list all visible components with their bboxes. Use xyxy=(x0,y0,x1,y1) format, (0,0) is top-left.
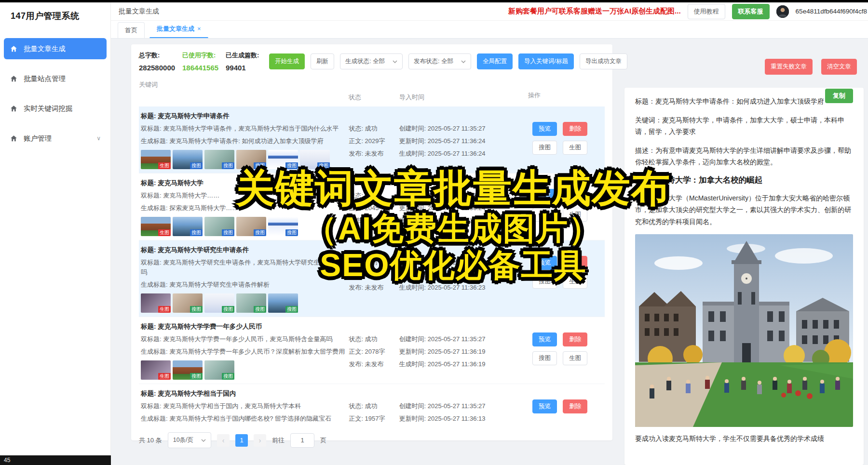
search-image-button[interactable]: 搜图 xyxy=(532,275,557,289)
article-thumbnail[interactable]: 搜图 xyxy=(173,150,203,169)
delete-button[interactable]: 删除 xyxy=(563,122,587,136)
status-cell: 状态: 成功 正文: 2045字 发布: 未发布 xyxy=(349,178,399,236)
article-thumbnail[interactable]: 搜图 xyxy=(236,150,266,169)
article-thumbnail[interactable]: 搜图 xyxy=(173,360,203,380)
search-image-button[interactable]: 搜图 xyxy=(532,351,557,365)
generated-time: 生成时间: 2025-05-27 11:36:24 xyxy=(399,149,527,161)
sidebar-item-keyword-mining[interactable]: 实时关键词挖掘 xyxy=(4,98,107,119)
generate-image-button[interactable]: 生图 xyxy=(563,351,587,365)
generate-image-button[interactable]: 生图 xyxy=(563,141,587,155)
stat-value: 99401 xyxy=(226,64,263,72)
preview-title: 标题：麦克马斯特大学申请条件：如何成功进入加拿大顶级学府 xyxy=(635,95,853,107)
article-thumbnail[interactable]: 搜图 xyxy=(236,293,266,313)
article-preview-panel: 复制 标题：麦克马斯特大学申请条件：如何成功进入加拿大顶级学府 关键词：麦克马斯… xyxy=(624,88,864,465)
delete-button[interactable]: 删除 xyxy=(563,399,587,413)
import-keywords-button[interactable]: 导入关键词/标题 xyxy=(518,53,574,69)
thumb-badge: 搜图 xyxy=(254,306,266,313)
sidebar-item-account[interactable]: 账户管理 ∨ xyxy=(4,128,107,149)
sidebar-item-batch-article[interactable]: 批量文章生成 xyxy=(4,38,107,59)
thumb-badge: 生图 xyxy=(158,162,171,169)
promo-banner-text[interactable]: 新购套餐用户可联系客服赠送一万张AI原创生成配图... xyxy=(508,7,681,16)
publish-status-select[interactable]: 发布状态: 全部 xyxy=(408,53,471,69)
chevron-down-icon xyxy=(461,60,466,63)
preview-button[interactable]: 预览 xyxy=(532,256,557,270)
delete-button[interactable]: 删除 xyxy=(563,256,587,270)
preview-button[interactable]: 预览 xyxy=(532,399,557,413)
page-number[interactable]: 1 xyxy=(235,434,248,447)
thumb-badge: 搜图 xyxy=(285,162,298,169)
tab-home[interactable]: 首页 xyxy=(118,22,145,38)
prev-page-button[interactable]: ‹ xyxy=(217,434,230,447)
thumb-badge: 生图 xyxy=(158,373,171,380)
preview-button[interactable]: 预览 xyxy=(532,332,557,346)
article-thumbnail[interactable]: 搜图 xyxy=(204,293,234,313)
copy-button[interactable]: 复制 xyxy=(825,89,853,103)
preview-button[interactable]: 预览 xyxy=(532,122,557,136)
preview-heading: 麦克马斯特大学：加拿大名校的崛起 xyxy=(635,175,853,186)
thumb-badge: 搜图 xyxy=(222,306,234,313)
search-image-button[interactable]: 搜图 xyxy=(532,208,557,222)
stat-label: 总字数: xyxy=(139,51,176,60)
word-count: 正文: 2029字 xyxy=(349,136,399,149)
article-thumbnail[interactable]: 搜图 xyxy=(173,293,203,313)
sidebar-item-batch-site[interactable]: 批量站点管理 xyxy=(4,68,107,89)
stat-used-words: 已使用字数: 186441565 xyxy=(182,51,220,72)
article-thumbnail[interactable]: 生图 xyxy=(141,217,171,236)
reset-failed-button[interactable]: 重置失败文章 xyxy=(765,59,813,75)
article-thumbnail[interactable]: 搜图 xyxy=(268,293,298,313)
table-row[interactable]: 标题: 麦克马斯特大学学费一年多少人民币 双标题: 麦克马斯特大学学费一年多少人… xyxy=(139,317,605,384)
keyword-cell: 标题: 麦克马斯特大学相当于国内 双标题: 麦克马斯特大学相当于国内，麦克马斯特… xyxy=(141,389,349,425)
home-icon xyxy=(10,105,18,113)
delete-button[interactable]: 删除 xyxy=(563,332,587,346)
select-value: 10条/页 xyxy=(173,436,193,444)
word-count: 正文: 2060字 xyxy=(349,270,399,283)
breadcrumb: 批量文章生成 xyxy=(119,7,159,16)
article-thumbnail[interactable]: 搜图 xyxy=(268,217,298,236)
article-thumbnail[interactable]: 生图 xyxy=(141,293,171,313)
generate-status-select[interactable]: 生成状态: 全部 xyxy=(340,53,403,69)
avatar[interactable] xyxy=(776,5,789,18)
article-thumbnail[interactable]: 搜图 xyxy=(204,150,234,169)
article-thumbnail[interactable]: 生图 xyxy=(141,150,171,169)
updated-time: 更新时间: 2025-05-27 11:36:24 xyxy=(399,136,527,149)
article-thumbnail[interactable]: 搜图 xyxy=(268,150,298,169)
export-success-button[interactable]: 导出成功文章 xyxy=(580,53,627,69)
table-row[interactable]: 标题: 麦克马斯特大学研究生申请条件 双标题: 麦克马斯特大学研究生申请条件，麦… xyxy=(139,240,605,317)
sidebar-item-label: 账户管理 xyxy=(24,134,52,143)
close-icon[interactable]: × xyxy=(197,25,201,32)
generate-image-button[interactable]: 生图 xyxy=(563,275,587,289)
start-generate-button[interactable]: 开始生成 xyxy=(269,53,305,69)
chevron-down-icon xyxy=(201,439,206,442)
table-row[interactable]: 标题: 麦克马斯特大学相当于国内 双标题: 麦克马斯特大学相当于国内，麦克马斯特… xyxy=(139,384,605,425)
article-thumbnail[interactable]: 搜图 xyxy=(204,360,234,380)
page-size-select[interactable]: 10条/页 xyxy=(168,432,211,448)
generate-image-button[interactable]: 生图 xyxy=(563,208,587,222)
table-row[interactable]: 标题: 麦克马斯特大学申请条件 双标题: 麦克马斯特大学申请条件，麦克马斯特大学… xyxy=(139,106,605,173)
actions-cell: 预览删除 搜图生图 xyxy=(527,178,603,236)
global-config-button[interactable]: 全局配置 xyxy=(477,53,513,69)
thumb-badge: 搜图 xyxy=(190,229,203,236)
actions-cell: 预览删除 搜图生图 xyxy=(527,111,603,169)
article-thumbnail[interactable]: 搜图 xyxy=(204,217,234,236)
article-thumbnail[interactable]: 搜图 xyxy=(300,150,330,169)
delete-button[interactable]: 删除 xyxy=(563,189,587,203)
status-text: 状态: 成功 xyxy=(349,258,399,270)
preview-button[interactable]: 预览 xyxy=(532,189,557,203)
clear-articles-button[interactable]: 清空文章 xyxy=(821,59,857,75)
row-title: 标题: 麦克马斯特大学申请条件 xyxy=(141,111,349,121)
tutorial-button[interactable]: 使用教程 xyxy=(688,4,725,19)
article-thumbnail[interactable]: 搜图 xyxy=(236,217,266,236)
contact-support-button[interactable]: 联系客服 xyxy=(732,4,770,19)
app-title: 147用户管理系统 xyxy=(0,2,110,22)
table-body: 标题: 麦克马斯特大学申请条件 双标题: 麦克马斯特大学申请条件，麦克马斯特大学… xyxy=(139,106,605,425)
row-dual-title: 双标题: 麦克马斯特大学学费一年多少人民币，麦克马斯特含金量高吗 xyxy=(141,334,349,344)
tab-batch-article[interactable]: 批量文章生成× xyxy=(149,21,208,38)
thumb-badge: 搜图 xyxy=(190,306,203,313)
article-thumbnail[interactable]: 搜图 xyxy=(173,217,203,236)
search-image-button[interactable]: 搜图 xyxy=(532,141,557,155)
goto-page-input[interactable] xyxy=(290,433,314,448)
article-thumbnail[interactable]: 生图 xyxy=(141,360,171,380)
table-row[interactable]: 标题: 麦克马斯特大学 双标题: 麦克马斯特大学…… 生成标题: 探索麦克马斯特… xyxy=(139,173,605,240)
next-page-button[interactable]: › xyxy=(254,434,266,447)
refresh-button[interactable]: 刷新 xyxy=(311,53,334,69)
